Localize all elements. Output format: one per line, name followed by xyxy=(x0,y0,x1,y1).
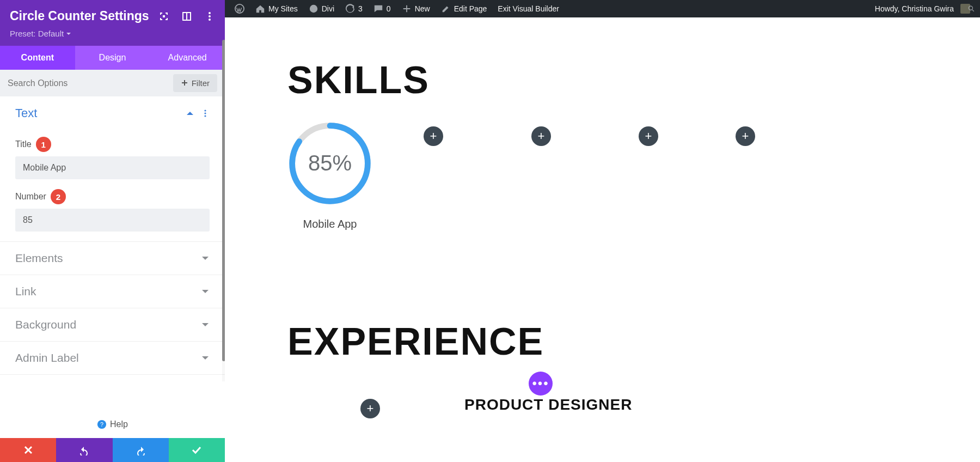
redo-button[interactable] xyxy=(113,438,169,462)
group-title-background: Background xyxy=(15,318,201,331)
chevron-down-icon xyxy=(201,287,210,296)
plus-icon: + xyxy=(645,129,652,143)
svg-rect-3 xyxy=(163,15,165,17)
heading-skills: SKILLS xyxy=(287,58,430,102)
tab-advanced[interactable]: Advanced xyxy=(150,46,225,70)
divi-link[interactable]: Divi xyxy=(303,0,340,17)
add-module-button[interactable]: + xyxy=(531,126,551,146)
tab-content[interactable]: Content xyxy=(0,46,75,70)
panel-header: Circle Counter Settings Preset: Default xyxy=(0,0,225,46)
check-icon xyxy=(191,445,202,455)
help-label: Help xyxy=(110,420,128,429)
panel-footer xyxy=(0,438,225,462)
new-link[interactable]: New xyxy=(396,0,436,17)
help-icon: ? xyxy=(97,420,107,429)
add-module-button[interactable]: + xyxy=(736,126,755,146)
add-module-button[interactable]: + xyxy=(360,399,380,418)
group-header-elements[interactable]: Elements xyxy=(0,242,225,275)
close-icon xyxy=(23,445,34,455)
comments-count: 0 xyxy=(387,4,391,13)
group-background: Background xyxy=(0,308,225,342)
updates-link[interactable]: 3 xyxy=(340,0,368,17)
panel-tabs: Content Design Advanced xyxy=(0,46,225,70)
group-elements: Elements xyxy=(0,242,225,275)
add-module-button[interactable]: + xyxy=(639,126,658,146)
heading-experience: EXPERIENCE xyxy=(287,320,544,363)
panel-title: Circle Counter Settings xyxy=(10,9,158,23)
new-label: New xyxy=(415,4,430,13)
number-input[interactable] xyxy=(15,209,210,232)
snap-icon[interactable] xyxy=(158,11,169,22)
group-header-text[interactable]: Text xyxy=(0,96,225,130)
search-icon xyxy=(968,4,975,14)
settings-panel: Circle Counter Settings Preset: Default … xyxy=(0,0,225,462)
pencil-icon xyxy=(441,4,451,14)
caret-down-icon xyxy=(66,31,71,37)
svg-point-11 xyxy=(204,115,206,117)
panel-body: Text Title 1 Number 2 xyxy=(0,96,225,411)
redo-icon xyxy=(135,445,146,455)
wordpress-icon xyxy=(235,4,244,14)
home-icon xyxy=(255,4,265,14)
filter-button[interactable]: Filter xyxy=(173,74,217,92)
svg-point-0 xyxy=(235,4,244,13)
callout-1: 1 xyxy=(36,137,51,152)
svg-point-10 xyxy=(204,112,206,114)
refresh-icon xyxy=(345,4,355,14)
module-more-button[interactable]: ••• xyxy=(529,372,553,396)
save-button[interactable] xyxy=(169,438,225,462)
svg-point-2 xyxy=(969,6,972,10)
my-sites-label: My Sites xyxy=(268,4,298,13)
svg-point-6 xyxy=(209,12,211,14)
add-module-button[interactable]: + xyxy=(424,126,443,146)
plus-icon xyxy=(402,4,412,14)
group-admin-label: Admin Label xyxy=(0,342,225,375)
svg-point-9 xyxy=(204,110,206,111)
title-input[interactable] xyxy=(15,156,210,179)
group-text: Text Title 1 Number 2 xyxy=(0,96,225,242)
group-title-admin-label: Admin Label xyxy=(15,351,201,364)
callout-2: 2 xyxy=(51,189,66,204)
plus-icon: + xyxy=(538,129,545,143)
divi-label: Divi xyxy=(322,4,334,13)
preview-canvas: SKILLS 85% Mobile App + + + + EXPERIENCE… xyxy=(225,17,980,462)
group-header-admin-label[interactable]: Admin Label xyxy=(0,342,225,374)
chevron-up-icon xyxy=(186,109,194,118)
circle-counter-label: Mobile App xyxy=(284,218,376,230)
exit-builder-link[interactable]: Exit Visual Builder xyxy=(492,0,565,17)
plus-icon: + xyxy=(430,129,437,143)
group-header-background[interactable]: Background xyxy=(0,308,225,341)
group-title-text: Text xyxy=(15,106,186,120)
plus-icon: + xyxy=(742,129,749,143)
columns-icon[interactable] xyxy=(181,11,192,22)
filter-label: Filter xyxy=(192,78,210,88)
preset-dropdown[interactable]: Preset: Default xyxy=(10,29,215,38)
undo-button[interactable] xyxy=(56,438,112,462)
chevron-down-icon xyxy=(201,354,210,362)
group-header-link[interactable]: Link xyxy=(0,275,225,308)
comments-link[interactable]: 0 xyxy=(368,0,396,17)
my-sites-link[interactable]: My Sites xyxy=(250,0,303,17)
cancel-button[interactable] xyxy=(0,438,56,462)
admin-search[interactable] xyxy=(963,0,980,17)
field-label-title: Title xyxy=(15,139,32,149)
group-link: Link xyxy=(0,275,225,308)
undo-icon xyxy=(79,445,90,455)
help-link[interactable]: ? Help xyxy=(0,411,225,438)
plus-icon: + xyxy=(367,402,374,416)
wp-logo[interactable] xyxy=(229,0,250,17)
howdy-label: Howdy, Christina Gwira xyxy=(875,4,954,13)
comment-icon xyxy=(373,4,383,14)
edit-page-link[interactable]: Edit Page xyxy=(436,0,493,17)
tab-design[interactable]: Design xyxy=(75,46,150,70)
search-input[interactable] xyxy=(8,78,173,88)
chevron-down-icon xyxy=(201,254,210,263)
field-label-number: Number xyxy=(15,192,46,202)
circle-percent-text: 85% xyxy=(308,151,352,175)
edit-page-label: Edit Page xyxy=(454,4,487,13)
howdy-link[interactable]: Howdy, Christina Gwira xyxy=(869,0,976,17)
kebab-icon[interactable] xyxy=(204,11,215,22)
kebab-icon[interactable] xyxy=(201,109,210,118)
group-title-link: Link xyxy=(15,285,201,298)
circle-counter-module[interactable]: 85% Mobile App xyxy=(284,120,376,230)
